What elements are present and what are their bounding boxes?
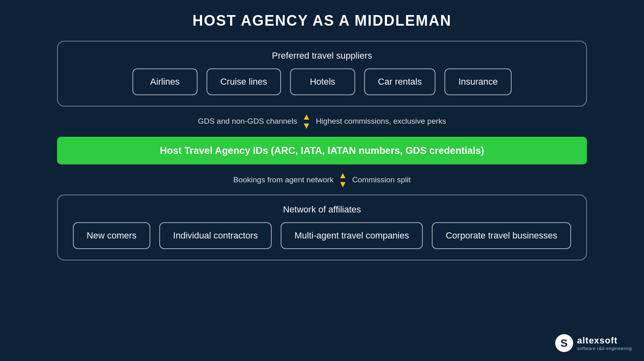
suppliers-box: Preferred travel suppliers Airlines Crui… <box>57 41 587 107</box>
card-insurance: Insurance <box>444 68 512 95</box>
host-agency-bar: Host Travel Agency IDs (ARC, IATA, IATAN… <box>57 137 587 164</box>
page-title: HOST AGENCY AS A MIDDLEMAN <box>192 12 451 29</box>
arrow-row-2: Bookings from agent network ▲ ▼ Commissi… <box>57 171 587 189</box>
arrow-up-icon-2: ▲ <box>338 171 347 180</box>
logo-sub: software r&d engineering <box>577 346 632 351</box>
arrows-2: ▲ ▼ <box>338 171 347 189</box>
card-hotels: Hotels <box>290 68 355 95</box>
card-individual-contractors: Individual contractors <box>159 222 272 249</box>
card-airlines: Airlines <box>132 68 198 95</box>
arrow1-left-label: GDS and non-GDS channels <box>198 117 297 126</box>
suppliers-label: Preferred travel suppliers <box>272 50 372 61</box>
arrow-up-icon: ▲ <box>302 112 311 121</box>
slide: HOST AGENCY AS A MIDDLEMAN Preferred tra… <box>0 0 644 361</box>
affiliates-label: Network of affiliates <box>283 204 361 215</box>
arrows-1: ▲ ▼ <box>302 112 311 130</box>
arrow-row-1: GDS and non-GDS channels ▲ ▼ Highest com… <box>57 112 587 130</box>
affiliates-box: Network of affiliates New comers Individ… <box>57 195 587 260</box>
logo: S altexsoft software r&d engineering <box>555 334 632 352</box>
suppliers-cards-row: Airlines Cruise lines Hotels Car rentals… <box>132 68 512 95</box>
arrow1-right-label: Highest commissions, exclusive perks <box>316 117 446 126</box>
logo-name: altexsoft <box>577 335 618 346</box>
logo-icon: S <box>555 334 573 352</box>
card-cruise-lines: Cruise lines <box>207 68 281 95</box>
host-agency-text: Host Travel Agency IDs (ARC, IATA, IATAN… <box>160 145 484 156</box>
card-car-rentals: Car rentals <box>364 68 436 95</box>
card-corporate-travel: Corporate travel businesses <box>432 222 571 249</box>
logo-text: altexsoft software r&d engineering <box>577 335 632 351</box>
arrow-down-icon-2: ▼ <box>338 180 347 189</box>
card-multi-agent: Multi-agent travel companies <box>281 222 423 249</box>
card-new-comers: New comers <box>73 222 150 249</box>
arrow-down-icon: ▼ <box>302 121 311 130</box>
arrow2-left-label: Bookings from agent network <box>233 175 334 184</box>
arrow2-right-label: Commission split <box>352 175 411 184</box>
affiliates-cards-row: New comers Individual contractors Multi-… <box>73 222 571 249</box>
